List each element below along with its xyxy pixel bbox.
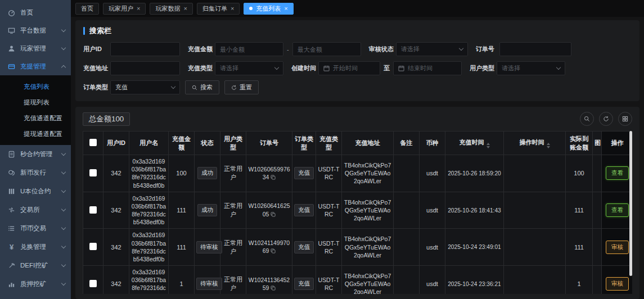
sidebar-item-label: 币币交易 <box>20 224 46 233</box>
audit-button[interactable]: 审核 <box>606 241 629 254</box>
order-type-select[interactable]: 充值 <box>110 80 180 94</box>
sidebar-item-new-coin[interactable]: 新币发行 <box>0 164 71 182</box>
status-badge: 成功 <box>197 167 217 179</box>
user-id-label: 用户ID <box>83 45 110 53</box>
sidebar-subitem-withdraw-channel-config[interactable]: 提现通道配置 <box>0 126 71 142</box>
copy-icon[interactable] <box>271 174 276 182</box>
sort-icon[interactable] <box>547 143 550 148</box>
home-icon <box>7 8 16 17</box>
table-row: 342 0x3a32d169036b6f817ba8fe792316dcb543… <box>83 266 633 294</box>
audit-status-label: 审核状态 <box>369 45 396 53</box>
amount-max-input[interactable] <box>292 42 361 56</box>
row-checkbox[interactable] <box>89 206 97 214</box>
end-time-picker[interactable]: 结束时间 <box>393 61 462 75</box>
sidebar-item-platform-data[interactable]: 平台数据 <box>0 21 71 39</box>
row-checkbox[interactable] <box>89 169 97 176</box>
sidebar-item-label: 玩家管理 <box>20 44 46 53</box>
row-checkbox[interactable] <box>89 243 97 250</box>
sidebar-item-deposit-withdraw[interactable]: 充提管理 <box>0 57 71 75</box>
tab-recharge-list[interactable]: 充值列表 × <box>244 3 293 15</box>
cell-user-name: 0x3a32d169036b6f817ba8fe792316dcb5438edf… <box>129 155 169 192</box>
total-amount-button[interactable]: 总金额100 <box>83 112 130 126</box>
cell-address: TB4ohxCikQkPo7QGx5eYTuEWAo2qoAWLer <box>342 229 394 266</box>
view-button[interactable]: 查看 <box>606 166 629 180</box>
close-icon[interactable]: × <box>137 6 140 12</box>
order-no-input[interactable] <box>499 42 571 56</box>
copy-icon[interactable] <box>271 247 276 255</box>
sidebar-item-exchange[interactable]: 交易所 <box>0 201 71 219</box>
tab-player-users[interactable]: 玩家用户 × <box>103 3 146 15</box>
search-button[interactable]: 搜索 <box>185 80 219 94</box>
sort-icon[interactable] <box>487 143 490 148</box>
sidebar-item-staking-mining[interactable]: 质押挖矿 <box>0 275 71 293</box>
cell-amount: 111 <box>169 192 195 229</box>
swap-management-icon: ¥ <box>7 243 16 251</box>
status-badge: 待审核 <box>196 278 222 290</box>
cell-order-no: W1026065997634 <box>248 166 290 180</box>
tab-collection-orders[interactable]: 归集订单 × <box>197 3 240 15</box>
copy-icon[interactable] <box>271 211 276 219</box>
close-icon[interactable]: × <box>231 6 234 12</box>
sidebar-subitem-withdraw-list[interactable]: 提现列表 <box>0 94 71 110</box>
sidebar-subitem-recharge-list[interactable]: 充值列表 <box>0 79 71 94</box>
deposit-withdraw-icon <box>7 62 16 71</box>
cell-order-no: W1026064162505 <box>248 202 290 217</box>
calendar-icon <box>398 65 404 71</box>
sidebar-item-swap-management[interactable]: ¥ 兑换管理 <box>0 238 71 256</box>
user-type-select[interactable]: 请选择 <box>497 61 565 75</box>
audit-button[interactable]: 审核 <box>606 277 629 291</box>
cell-recharge-type: USDT-TRC <box>316 229 342 266</box>
tab-label: 首页 <box>81 4 93 13</box>
tab-player-data[interactable]: 玩家数据 × <box>150 3 192 15</box>
user-id-input[interactable] <box>110 42 180 56</box>
cell-amount: 111 <box>169 229 195 266</box>
chevron-down-icon <box>61 244 66 248</box>
cell-operate-time <box>504 192 566 229</box>
col-operate-time[interactable]: 操作时间 <box>504 132 566 155</box>
reset-button-label: 重置 <box>240 83 252 92</box>
sidebar-submenu: 充值列表 提现列表 充值通道配置 提现通道配置 <box>0 75 71 145</box>
search-icon <box>584 116 590 122</box>
order-type-label: 订单类型 <box>83 83 110 92</box>
cell-order-no: W1024113645259 <box>249 277 290 291</box>
audit-status-select[interactable]: 请选择 <box>396 42 468 56</box>
close-icon[interactable]: × <box>183 6 187 12</box>
row-checkbox[interactable] <box>89 280 97 287</box>
refresh-icon-button[interactable] <box>599 112 613 126</box>
end-time-placeholder: 结束时间 <box>408 64 457 73</box>
reset-button[interactable]: 重置 <box>224 80 259 94</box>
recharge-type-select[interactable]: 请选择 <box>215 61 283 75</box>
chevron-down-icon <box>458 46 463 51</box>
copy-icon[interactable] <box>271 284 276 292</box>
cell-actual-amount: 100 <box>566 155 593 192</box>
start-time-picker[interactable]: 开始时间 <box>318 61 380 75</box>
select-all-checkbox[interactable] <box>89 139 97 146</box>
chevron-down-icon <box>61 188 66 193</box>
view-button[interactable]: 查看 <box>606 203 629 217</box>
sidebar-item-home[interactable]: 首页 <box>0 3 71 21</box>
col-image: 图 <box>593 132 602 155</box>
order-no-label: 订单号 <box>476 45 499 53</box>
recharge-address-input[interactable] <box>110 61 180 75</box>
close-icon[interactable]: × <box>284 6 287 12</box>
table-scrollbar[interactable] <box>629 131 632 276</box>
col-recharge-time[interactable]: 充值时间 <box>445 132 504 155</box>
sidebar-item-usdt-contract[interactable]: U本位合约 <box>0 182 71 201</box>
recharge-address-label: 充值地址 <box>83 64 110 73</box>
sidebar-item-player-management[interactable]: 玩家管理 <box>0 39 71 57</box>
sidebar-item-spot-trading[interactable]: 币币交易 <box>0 219 71 238</box>
recharge-type-placeholder: 请选择 <box>220 64 275 73</box>
tab-label: 归集订单 <box>202 4 227 13</box>
sidebar-item-seconds-contract[interactable]: 秒合约管理 <box>0 145 71 164</box>
sidebar-item-defi-mining[interactable]: DEFI挖矿 <box>0 256 71 275</box>
calendar-icon <box>323 65 330 71</box>
amount-min-input[interactable] <box>215 42 283 56</box>
sidebar-subitem-recharge-channel-config[interactable]: 充值通道配置 <box>0 110 71 126</box>
tab-home[interactable]: 首页 <box>75 3 99 15</box>
cell-remark <box>394 192 420 229</box>
cell-user-id: 342 <box>103 192 129 229</box>
defi-mining-icon <box>7 261 16 270</box>
search-icon-button[interactable] <box>580 112 594 126</box>
sidebar-item-label: 充提管理 <box>20 62 46 71</box>
grid-icon-button[interactable] <box>618 112 632 126</box>
